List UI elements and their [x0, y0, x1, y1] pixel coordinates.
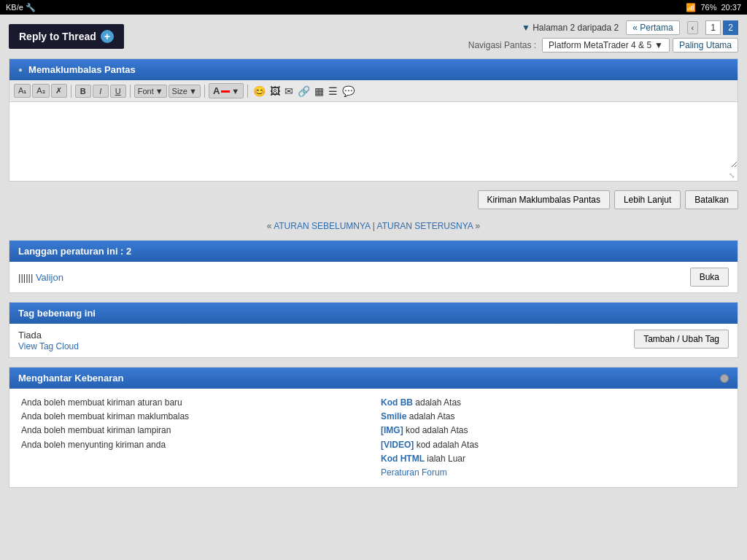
- perm-status-img: kod adalah Atas: [406, 425, 468, 435]
- perm-text-1: Anda boleh membuat kiriman aturan baru: [21, 397, 182, 408]
- toolbar-sep-3: [204, 85, 205, 98]
- status-right: 📶 76% 20:37: [686, 3, 741, 12]
- toolbar-italic-btn[interactable]: I: [93, 85, 109, 98]
- smiley-icon[interactable]: 😊: [252, 84, 267, 98]
- perm-item-1: Anda boleh membuat kiriman aturan baru: [21, 396, 366, 410]
- perm-status-bb: adalah Atas: [415, 397, 461, 408]
- table-icon[interactable]: ▦: [313, 84, 325, 98]
- color-a-label: A: [213, 85, 220, 96]
- toolbar-wysiwyg-btn[interactable]: A₂: [32, 84, 49, 98]
- rules-prefix: «: [267, 221, 274, 231]
- toolbar-source-btn[interactable]: A₁: [14, 84, 31, 98]
- page-dropdown-btn[interactable]: ▼: [522, 23, 533, 33]
- image-icon[interactable]: 🖼: [268, 84, 282, 98]
- perm-status-html: ialah Luar: [427, 454, 465, 464]
- perm-right-4: [VIDEO] kod adalah Atas: [381, 438, 726, 452]
- quote-icon[interactable]: 💬: [341, 84, 356, 98]
- page-info: ▼ Halaman 2 daripada 2 « Pertama ‹ 1 2: [468, 20, 738, 35]
- toolbar-remove-btn[interactable]: ✗: [51, 84, 67, 98]
- subscription-header: Langgan peraturan ini : 2: [9, 241, 738, 262]
- perm-label-video: [VIDEO]: [381, 440, 414, 450]
- subscriber-info: |||||| Valijon: [18, 272, 63, 283]
- pagination-area: ▼ Halaman 2 daripada 2 « Pertama ‹ 1 2 N…: [468, 20, 738, 52]
- toolbar-font-dropdown[interactable]: Font ▼: [134, 85, 167, 98]
- metatrader-nav-button[interactable]: Platform MetaTrader 4 & 5 ▼: [542, 38, 670, 52]
- font-label: Font: [138, 87, 154, 96]
- page-info-text: Halaman 2 daripada 2: [533, 23, 619, 33]
- permissions-indicator: [720, 374, 729, 383]
- tag-section-header: Tag bebenang ini: [9, 303, 738, 324]
- more-options-button[interactable]: Lebih Lanjut: [614, 190, 681, 209]
- status-left: KB/e 🔧: [6, 3, 36, 12]
- perm-item-2: Anda boleh membuat kiriman maklumbalas: [21, 410, 366, 424]
- permissions-body: Anda boleh membuat kiriman aturan baru A…: [9, 389, 738, 487]
- forum-rules-link[interactable]: Peraturan Forum: [381, 467, 447, 478]
- reply-to-thread-button[interactable]: Reply to Thread +: [9, 24, 124, 49]
- time-display: 20:37: [721, 3, 741, 12]
- open-subscription-button[interactable]: Buka: [690, 268, 729, 287]
- toolbar-size-dropdown[interactable]: Size ▼: [169, 85, 201, 98]
- color-dropdown-arrow: ▼: [231, 87, 239, 96]
- subscription-body: |||||| Valijon Buka: [9, 262, 738, 292]
- paling-utama-button[interactable]: Paling Utama: [673, 38, 738, 52]
- subscription-section: Langgan peraturan ini : 2 |||||| Valijon…: [9, 240, 738, 293]
- color-bar: [221, 90, 230, 93]
- perm-label-html: Kod HTML: [381, 454, 425, 464]
- kb-indicator: KB/e 🔧: [6, 3, 36, 12]
- perm-right-3: [IMG] kod adalah Atas: [381, 424, 726, 438]
- subscriber-username[interactable]: Valijon: [36, 272, 63, 283]
- prev-rules-link[interactable]: ATURAN SEBELUMNYA: [274, 221, 370, 231]
- reply-section-title: Memaklumbalas Pantas: [28, 64, 136, 75]
- perm-item-3: Anda boleh membuat kiriman lampiran: [21, 424, 366, 438]
- add-edit-tag-button[interactable]: Tambah / Ubah Tag: [634, 330, 729, 349]
- editor-toolbar: A₁ A₂ ✗ B I U Font ▼ Size ▼ A ▼ 😊: [9, 80, 738, 102]
- permissions-header: Menghantar Kebenaran: [9, 368, 738, 389]
- perm-forum-rules: Peraturan Forum: [381, 466, 726, 480]
- perm-right-5: Kod HTML ialah Luar: [381, 452, 726, 466]
- next-rules-link[interactable]: ATURAN SETERUSNYA: [377, 221, 473, 231]
- prev-page-button[interactable]: ‹: [687, 21, 699, 34]
- subscription-title: Langgan peraturan ini : 2: [18, 246, 131, 257]
- view-tag-cloud-link[interactable]: View Tag Cloud: [18, 341, 79, 351]
- action-buttons-row: Kiriman Maklumbalas Pantas Lebih Lanjut …: [9, 190, 738, 209]
- link-icon[interactable]: 🔗: [296, 84, 311, 98]
- toolbar-sep-2: [130, 85, 131, 98]
- size-label: Size: [172, 87, 187, 96]
- perm-text-4: Anda boleh menyunting kiriman anda: [21, 440, 166, 450]
- cancel-button[interactable]: Batalkan: [685, 190, 738, 209]
- permissions-section: Menghantar Kebenaran Anda boleh membuat …: [9, 367, 738, 488]
- editor-section: ● Memaklumbalas Pantas A₁ A₂ ✗ B I U Fon…: [9, 58, 738, 182]
- toolbar-sep-1: [71, 85, 71, 98]
- email-icon[interactable]: ✉: [283, 84, 295, 98]
- subscriber-prefix: ||||||: [18, 272, 33, 283]
- page-2-button[interactable]: 2: [723, 20, 738, 35]
- perm-label-smilie: Smilie: [381, 411, 406, 421]
- nav-label: Navigasi Pantas :: [468, 40, 536, 50]
- resize-handle[interactable]: ⤡: [9, 170, 738, 181]
- perm-item-4: Anda boleh menyunting kiriman anda: [21, 438, 366, 452]
- toolbar-bold-btn[interactable]: B: [75, 85, 91, 98]
- no-tags-text: Tiada: [18, 330, 79, 341]
- toolbar-underline-btn[interactable]: U: [110, 85, 126, 98]
- top-bar: Reply to Thread + ▼ Halaman 2 daripada 2…: [9, 20, 738, 52]
- perm-text-3: Anda boleh membuat kiriman lampiran: [21, 425, 171, 435]
- toolbar-color-btn[interactable]: A ▼: [209, 83, 244, 98]
- perm-status-smilie: adalah Atas: [409, 411, 455, 421]
- list-icon[interactable]: ☰: [327, 84, 339, 98]
- page-1-button[interactable]: 1: [705, 20, 721, 35]
- signal-icon: 📶: [686, 3, 696, 12]
- toolbar-sep-4: [247, 85, 248, 98]
- header-bullet: ●: [18, 66, 23, 74]
- first-page-button[interactable]: « Pertama: [626, 20, 679, 35]
- dropdown-arrow: ▼: [654, 40, 663, 50]
- submit-quick-reply-button[interactable]: Kiriman Maklumbalas Pantas: [478, 190, 610, 209]
- permissions-title: Menghantar Kebenaran: [18, 373, 123, 384]
- main-content: Reply to Thread + ▼ Halaman 2 daripada 2…: [0, 15, 747, 560]
- perm-status-video: kod adalah Atas: [417, 440, 479, 450]
- reply-textarea[interactable]: [9, 102, 738, 168]
- permissions-left: Anda boleh membuat kiriman aturan baru A…: [21, 396, 366, 480]
- tag-section: Tag bebenang ini Tiada View Tag Cloud Ta…: [9, 302, 738, 358]
- rules-suffix: »: [476, 221, 481, 231]
- perm-right-1: Kod BB adalah Atas: [381, 396, 726, 410]
- perm-label-img: [IMG]: [381, 425, 403, 435]
